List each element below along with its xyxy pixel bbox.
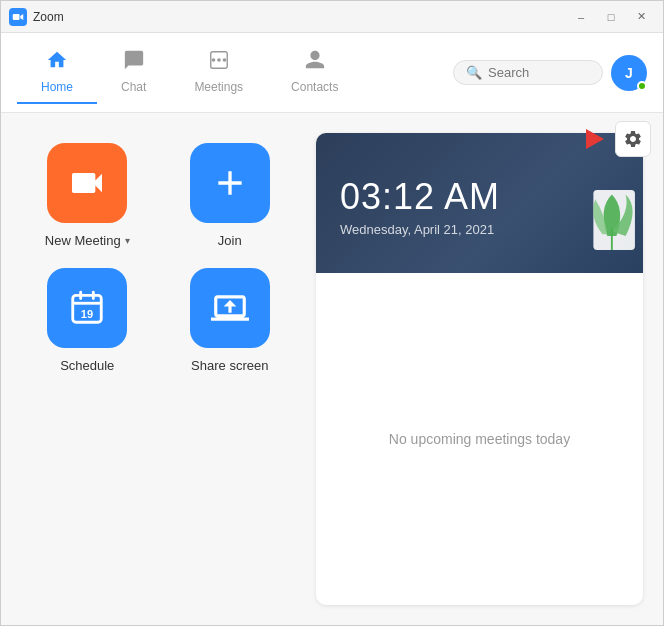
meetings-icon <box>208 49 230 76</box>
tab-contacts-label: Contacts <box>291 80 338 94</box>
calendar-icon: 19 <box>68 289 106 327</box>
svg-point-2 <box>211 58 215 62</box>
new-meeting-button[interactable] <box>47 143 127 223</box>
minimize-button[interactable]: – <box>567 7 595 27</box>
tab-meetings-label: Meetings <box>194 80 243 94</box>
join-label: Join <box>218 233 242 248</box>
search-box[interactable]: 🔍 <box>453 60 603 85</box>
new-meeting-item[interactable]: New Meeting ▾ <box>31 143 144 248</box>
share-screen-item[interactable]: Share screen <box>174 268 287 373</box>
action-grid: New Meeting ▾ Join <box>31 143 286 373</box>
svg-text:19: 19 <box>81 308 93 320</box>
svg-point-1 <box>217 58 221 62</box>
contacts-icon <box>304 49 326 76</box>
tab-contacts[interactable]: Contacts <box>267 41 362 104</box>
tab-home-label: Home <box>41 80 73 94</box>
window-title: Zoom <box>33 10 64 24</box>
clock-date: Wednesday, April 21, 2021 <box>340 222 500 237</box>
tab-chat[interactable]: Chat <box>97 41 170 104</box>
gear-icon <box>623 129 643 149</box>
nav-right: 🔍 J <box>453 55 647 91</box>
share-screen-button[interactable] <box>190 268 270 348</box>
avatar-initials: J <box>625 65 633 81</box>
tab-chat-label: Chat <box>121 80 146 94</box>
zoom-window: Zoom – □ ✕ Home Chat <box>0 0 664 626</box>
share-screen-icon <box>211 289 249 327</box>
red-arrow-icon <box>586 129 604 149</box>
maximize-button[interactable]: □ <box>597 7 625 27</box>
search-icon: 🔍 <box>466 65 482 80</box>
settings-arrow-indicator <box>579 123 611 155</box>
plant-decoration <box>553 153 643 273</box>
zoom-logo-icon <box>9 8 27 26</box>
tab-meetings[interactable]: Meetings <box>170 41 267 104</box>
online-status-dot <box>637 81 647 91</box>
avatar[interactable]: J <box>611 55 647 91</box>
meetings-section: No upcoming meetings today <box>316 273 643 605</box>
schedule-button[interactable]: 19 <box>47 268 127 348</box>
clock-info: 03:12 AM Wednesday, April 21, 2021 <box>340 176 500 237</box>
plus-icon <box>210 163 250 203</box>
title-bar-left: Zoom <box>9 8 64 26</box>
close-button[interactable]: ✕ <box>627 7 655 27</box>
clock-time: 03:12 AM <box>340 176 500 218</box>
svg-rect-0 <box>13 14 20 20</box>
join-item[interactable]: Join <box>174 143 287 248</box>
settings-button[interactable] <box>615 121 651 157</box>
home-icon <box>46 49 68 76</box>
settings-area <box>579 121 651 157</box>
schedule-label: Schedule <box>60 358 114 373</box>
nav-tabs: Home Chat Meetings Cont <box>17 41 362 104</box>
window-controls: – □ ✕ <box>567 7 655 27</box>
tab-home[interactable]: Home <box>17 41 97 104</box>
left-panel: New Meeting ▾ Join <box>1 113 316 625</box>
nav-bar: Home Chat Meetings Cont <box>1 33 663 113</box>
chevron-icon: ▾ <box>125 235 130 246</box>
no-meetings-text: No upcoming meetings today <box>389 431 570 447</box>
title-bar: Zoom – □ ✕ <box>1 1 663 33</box>
right-panel: 03:12 AM Wednesday, April 21, 2021 <box>316 133 643 605</box>
chat-icon <box>123 49 145 76</box>
main-content: New Meeting ▾ Join <box>1 113 663 625</box>
video-camera-icon <box>67 163 107 203</box>
share-screen-label: Share screen <box>191 358 268 373</box>
search-input[interactable] <box>488 65 590 80</box>
join-button[interactable] <box>190 143 270 223</box>
schedule-item[interactable]: 19 Schedule <box>31 268 144 373</box>
svg-point-3 <box>222 58 226 62</box>
new-meeting-label: New Meeting ▾ <box>45 233 130 248</box>
